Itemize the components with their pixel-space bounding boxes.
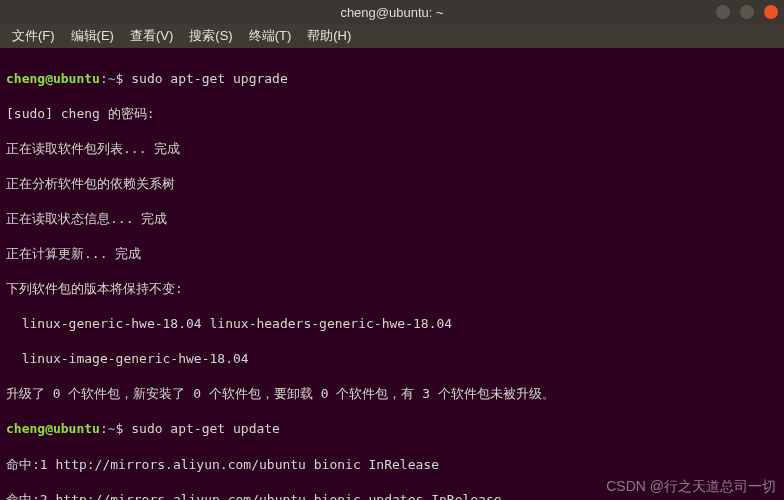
terminal-line: 升级了 0 个软件包，新安装了 0 个软件包，要卸载 0 个软件包，有 3 个软… [6, 385, 778, 403]
prompt-colon: : [100, 71, 108, 86]
menu-help[interactable]: 帮助(H) [301, 25, 357, 47]
command-text: sudo apt-get upgrade [131, 71, 288, 86]
prompt-dollar: $ [116, 71, 132, 86]
terminal-line: 正在计算更新... 完成 [6, 245, 778, 263]
prompt-dollar: $ [116, 421, 132, 436]
prompt-user: cheng@ubuntu [6, 71, 100, 86]
minimize-icon[interactable] [716, 5, 730, 19]
window-controls [716, 5, 778, 19]
terminal-line: 正在读取软件包列表... 完成 [6, 140, 778, 158]
terminal-line: linux-generic-hwe-18.04 linux-headers-ge… [6, 315, 778, 333]
terminal-line: 正在读取状态信息... 完成 [6, 210, 778, 228]
terminal-line: 命中:1 http://mirrors.aliyun.com/ubuntu bi… [6, 456, 778, 474]
window-titlebar: cheng@ubuntu: ~ [0, 0, 784, 24]
menu-search[interactable]: 搜索(S) [183, 25, 238, 47]
terminal-line: cheng@ubuntu:~$ sudo apt-get update [6, 420, 778, 438]
prompt-path: ~ [108, 421, 116, 436]
terminal-line: [sudo] cheng 的密码: [6, 105, 778, 123]
menu-edit[interactable]: 编辑(E) [65, 25, 120, 47]
command-text: sudo apt-get update [131, 421, 280, 436]
terminal-line: linux-image-generic-hwe-18.04 [6, 350, 778, 368]
menu-file[interactable]: 文件(F) [6, 25, 61, 47]
watermark: CSDN @行之天道总司一切 [606, 478, 776, 496]
menubar: 文件(F) 编辑(E) 查看(V) 搜索(S) 终端(T) 帮助(H) [0, 24, 784, 48]
maximize-icon[interactable] [740, 5, 754, 19]
terminal-line: cheng@ubuntu:~$ sudo apt-get upgrade [6, 70, 778, 88]
prompt-user: cheng@ubuntu [6, 421, 100, 436]
prompt-path: ~ [108, 71, 116, 86]
terminal-line: 下列软件包的版本将保持不变: [6, 280, 778, 298]
close-icon[interactable] [764, 5, 778, 19]
prompt-colon: : [100, 421, 108, 436]
menu-terminal[interactable]: 终端(T) [243, 25, 298, 47]
terminal-line: 正在分析软件包的依赖关系树 [6, 175, 778, 193]
menu-view[interactable]: 查看(V) [124, 25, 179, 47]
terminal-output[interactable]: cheng@ubuntu:~$ sudo apt-get upgrade [su… [0, 48, 784, 500]
window-title: cheng@ubuntu: ~ [340, 5, 443, 20]
